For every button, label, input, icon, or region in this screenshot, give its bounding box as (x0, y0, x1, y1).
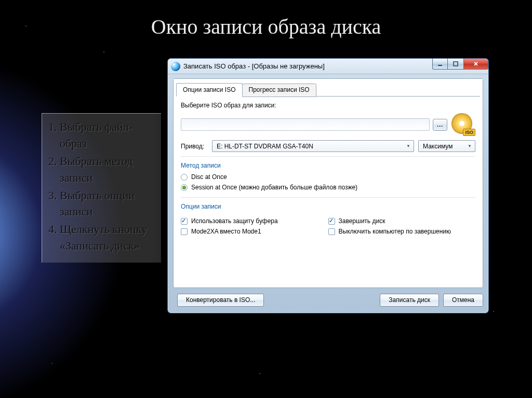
drive-value: E: HL-DT-ST DVDRAM GSA-T40N (217, 143, 313, 150)
checkbox-icon (181, 218, 188, 225)
radio-label: Disc at Once (191, 173, 227, 181)
checkbox-label: Mode2XA вместо Mode1 (191, 228, 261, 235)
radio-session-at-once[interactable]: Session at Once (можно добавить больше ф… (181, 184, 475, 191)
svg-rect-1 (454, 62, 458, 66)
step-item: Выбрать файл-образ (60, 119, 154, 152)
cancel-button[interactable]: Отмена (443, 294, 483, 307)
speed-select[interactable]: Максимум (418, 140, 475, 152)
radio-disc-at-once[interactable]: Disc at Once (181, 173, 475, 181)
step-item: Выбрать опции записи (60, 187, 154, 221)
browse-button[interactable]: ... (433, 119, 447, 131)
window-controls (432, 59, 488, 70)
tab-bar: Опции записи ISO Прогресс записи ISO (176, 83, 316, 97)
checkbox-buffer-protect[interactable]: Использовать защиту буфера (181, 217, 328, 225)
radio-icon (181, 174, 188, 181)
checkbox-icon (328, 218, 335, 225)
convert-to-iso-button[interactable]: Конвертировать в ISO... (177, 294, 264, 307)
select-iso-label: Выберите ISO образ для записи: (181, 102, 276, 109)
app-icon (171, 62, 180, 71)
step-item: Выбрать метод записи (60, 153, 154, 186)
svg-rect-0 (438, 65, 442, 66)
window-title: Записать ISO образ - [Образы не загружен… (183, 62, 325, 70)
checkbox-mode2xa[interactable]: Mode2XA вместо Mode1 (181, 228, 328, 235)
iso-disc-icon: ISO (450, 113, 475, 136)
drive-label: Привод: (181, 143, 212, 150)
tab-panel: Выберите ISO образ для записи: ... ISO П… (174, 97, 483, 287)
checkbox-label: Завершить диск (339, 217, 385, 225)
dialog-footer: Конвертировать в ISO... Записать диск От… (173, 292, 483, 308)
checkbox-finalize[interactable]: Завершить диск (328, 217, 476, 225)
options-section-label: Опции записи (181, 203, 475, 210)
radio-icon (181, 184, 188, 191)
checkbox-icon (328, 228, 335, 235)
checkbox-icon (181, 228, 188, 235)
iso-path-input[interactable] (181, 118, 430, 131)
instruction-panel: Выбрать файл-образ Выбрать метод записи … (42, 113, 161, 263)
step-item: Щелкнуть кнопку «Записать диск» (60, 221, 154, 254)
tab-iso-progress[interactable]: Прогресс записи ISO (242, 84, 316, 97)
checkbox-label: Выключить компьютер по завершению (339, 228, 451, 235)
dialog-window: Записать ISO образ - [Образы не загружен… (167, 58, 489, 313)
close-button[interactable] (463, 59, 488, 70)
ellipsis-icon: ... (437, 121, 443, 128)
drive-select[interactable]: E: HL-DT-ST DVDRAM GSA-T40N (212, 140, 414, 152)
burn-disc-button[interactable]: Записать диск (380, 294, 439, 307)
tab-iso-options[interactable]: Опции записи ISO (176, 83, 243, 97)
dialog-content: Опции записи ISO Прогресс записи ISO Выб… (173, 78, 483, 288)
radio-label: Session at Once (можно добавить больше ф… (191, 184, 357, 191)
maximize-icon (453, 61, 459, 67)
slide-title: Окно записи образа диска (0, 15, 532, 39)
speed-value: Максимум (423, 143, 453, 150)
maximize-button[interactable] (448, 59, 463, 70)
close-icon (473, 61, 479, 67)
method-section-label: Метод записи (181, 162, 475, 169)
minimize-button[interactable] (432, 59, 448, 70)
checkbox-shutdown[interactable]: Выключить компьютер по завершению (328, 228, 476, 235)
checkbox-label: Использовать защиту буфера (191, 217, 278, 225)
titlebar[interactable]: Записать ISO образ - [Образы не загружен… (168, 59, 488, 74)
minimize-icon (437, 61, 443, 67)
